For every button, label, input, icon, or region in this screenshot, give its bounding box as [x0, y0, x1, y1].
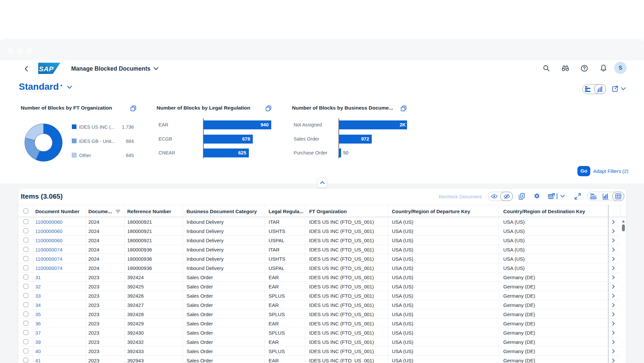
svg-text:SAP: SAP: [39, 65, 54, 73]
